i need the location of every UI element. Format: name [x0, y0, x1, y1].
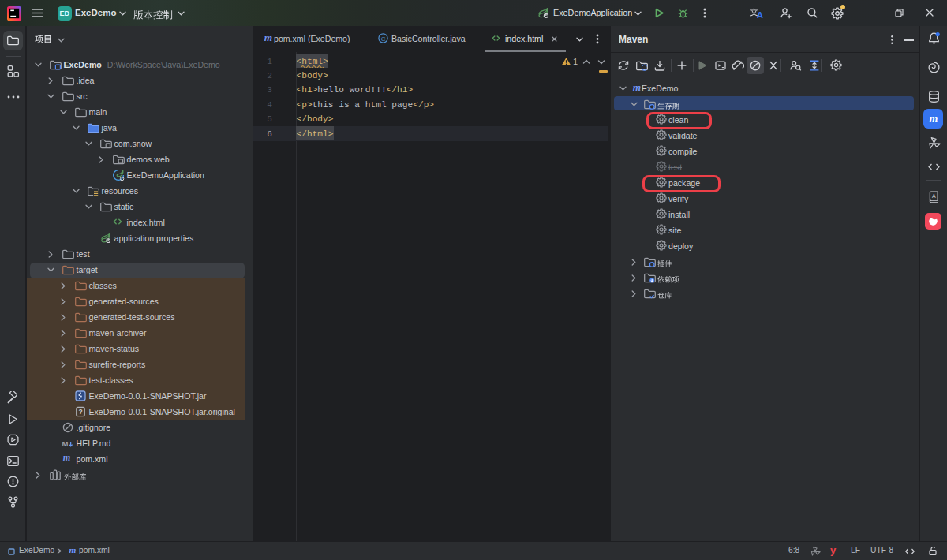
svg-text:?: ? [78, 408, 82, 416]
svg-text:m: m [63, 453, 71, 463]
svg-text:m: m [69, 546, 77, 554]
svg-text:M: M [62, 439, 68, 448]
svg-text:A: A [932, 193, 936, 199]
svg-text:m: m [264, 32, 272, 43]
svg-text:C: C [381, 35, 386, 43]
svg-text:m: m [633, 82, 641, 93]
svg-text:m: m [930, 113, 938, 125]
